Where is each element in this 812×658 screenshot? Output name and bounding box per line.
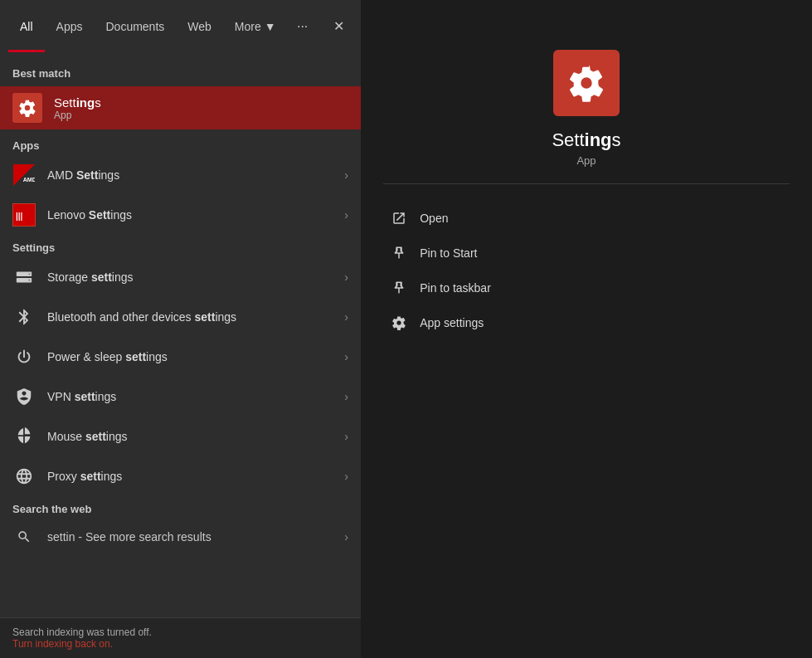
chevron-right-icon: › xyxy=(344,470,348,483)
chevron-down-icon: ▼ xyxy=(265,20,276,33)
svg-point-6 xyxy=(28,273,30,275)
chevron-right-icon: › xyxy=(344,530,348,543)
power-icon xyxy=(12,345,36,368)
tab-web-label: Web xyxy=(187,20,212,33)
tab-all[interactable]: All xyxy=(8,0,45,52)
app-settings-action[interactable]: App settings xyxy=(383,305,790,340)
right-panel: Settings App Open Pin to xyxy=(361,0,812,658)
chevron-right-icon: › xyxy=(344,168,348,182)
tabs-bar: All Apps Documents Web More ▼ ··· ✕ xyxy=(0,0,361,52)
storage-settings-item[interactable]: Storage settings › xyxy=(0,257,361,297)
close-button[interactable]: ✕ xyxy=(324,12,354,41)
close-icon: ✕ xyxy=(333,18,344,34)
power-settings-label: Power & sleep settings xyxy=(47,350,333,363)
tab-more[interactable]: More ▼ xyxy=(223,0,288,52)
indexing-link[interactable]: Turn indexing back on. xyxy=(12,638,113,650)
vpn-icon xyxy=(12,385,36,408)
open-label: Open xyxy=(420,212,448,225)
app-name-large: Settings xyxy=(552,129,620,151)
tab-documents[interactable]: Documents xyxy=(94,0,176,52)
status-bar: Search indexing was turned off. Turn ind… xyxy=(0,617,361,658)
mouse-settings-item[interactable]: Mouse settings › xyxy=(0,417,361,456)
tab-web[interactable]: Web xyxy=(176,0,223,52)
best-match-subtitle: App xyxy=(54,110,101,121)
svg-text:AMD: AMD xyxy=(23,177,35,183)
storage-settings-label: Storage settings xyxy=(47,271,333,284)
svg-text:|||: ||| xyxy=(16,212,23,221)
chevron-right-icon: › xyxy=(344,208,348,222)
proxy-settings-item[interactable]: Proxy settings › xyxy=(0,456,361,496)
lenovo-icon: ||| xyxy=(12,203,36,227)
bluetooth-icon xyxy=(12,305,36,329)
pin-start-action[interactable]: Pin to Start xyxy=(383,236,790,271)
power-settings-item[interactable]: Power & sleep settings › xyxy=(0,337,361,377)
pin-start-icon xyxy=(390,244,408,262)
open-icon xyxy=(390,209,408,227)
chevron-right-icon: › xyxy=(344,271,348,284)
pin-taskbar-label: Pin to taskbar xyxy=(420,281,491,295)
chevron-right-icon: › xyxy=(344,390,348,403)
tab-controls: ··· ✕ xyxy=(288,12,354,41)
settings-section-header: Settings xyxy=(0,235,361,257)
status-message: Search indexing was turned off. xyxy=(12,626,152,638)
amd-settings-item[interactable]: AMD AMD Settings › xyxy=(0,155,361,195)
apps-section-header: Apps xyxy=(0,133,361,155)
tab-all-label: All xyxy=(20,20,33,33)
best-match-title: Settings xyxy=(54,95,101,110)
tab-more-label: More xyxy=(235,20,261,33)
search-web-label: settin - See more search results xyxy=(47,530,333,543)
lenovo-settings-item[interactable]: ||| Lenovo Settings › xyxy=(0,195,361,235)
bluetooth-settings-item[interactable]: Bluetooth and other devices settings › xyxy=(0,297,361,337)
divider xyxy=(383,183,790,184)
bluetooth-settings-label: Bluetooth and other devices settings xyxy=(47,310,333,324)
settings-icon xyxy=(12,93,42,123)
action-list: Open Pin to Start Pin to taskbar xyxy=(383,201,790,340)
search-icon xyxy=(12,525,36,548)
proxy-icon xyxy=(12,465,36,488)
tab-apps-label: Apps xyxy=(56,20,83,33)
best-match-header: Best match xyxy=(0,61,361,83)
app-settings-icon xyxy=(390,314,408,332)
ellipsis-button[interactable]: ··· xyxy=(288,12,318,41)
ellipsis-icon: ··· xyxy=(297,19,308,34)
app-settings-label: App settings xyxy=(420,316,484,329)
amd-settings-label: AMD Settings xyxy=(47,168,333,182)
open-action[interactable]: Open xyxy=(383,201,790,236)
mouse-settings-label: Mouse settings xyxy=(47,430,333,443)
chevron-right-icon: › xyxy=(344,310,348,324)
proxy-settings-label: Proxy settings xyxy=(47,470,333,483)
best-match-settings[interactable]: Settings App xyxy=(0,86,361,129)
search-web-item[interactable]: settin - See more search results › xyxy=(0,519,361,555)
search-web-header: Search the web xyxy=(0,496,361,519)
vpn-settings-label: VPN settings xyxy=(47,390,333,403)
tab-apps[interactable]: Apps xyxy=(45,0,95,52)
left-panel: All Apps Documents Web More ▼ ··· ✕ xyxy=(0,0,361,658)
app-icon-large xyxy=(553,50,620,116)
lenovo-settings-label: Lenovo Settings xyxy=(47,208,333,222)
chevron-right-icon: › xyxy=(344,350,348,363)
amd-icon: AMD xyxy=(12,163,36,187)
mouse-icon xyxy=(12,425,36,448)
pin-start-label: Pin to Start xyxy=(420,246,477,260)
svg-point-7 xyxy=(28,280,30,281)
left-content: Best match Settings App Apps xyxy=(0,52,361,617)
pin-taskbar-icon xyxy=(390,279,408,297)
vpn-settings-item[interactable]: VPN settings › xyxy=(0,377,361,417)
tab-documents-label: Documents xyxy=(105,20,164,33)
best-match-text: Settings App xyxy=(54,95,101,121)
storage-icon xyxy=(12,266,36,289)
app-type-label: App xyxy=(576,154,596,167)
chevron-right-icon: › xyxy=(344,430,348,443)
pin-taskbar-action[interactable]: Pin to taskbar xyxy=(383,271,790,305)
